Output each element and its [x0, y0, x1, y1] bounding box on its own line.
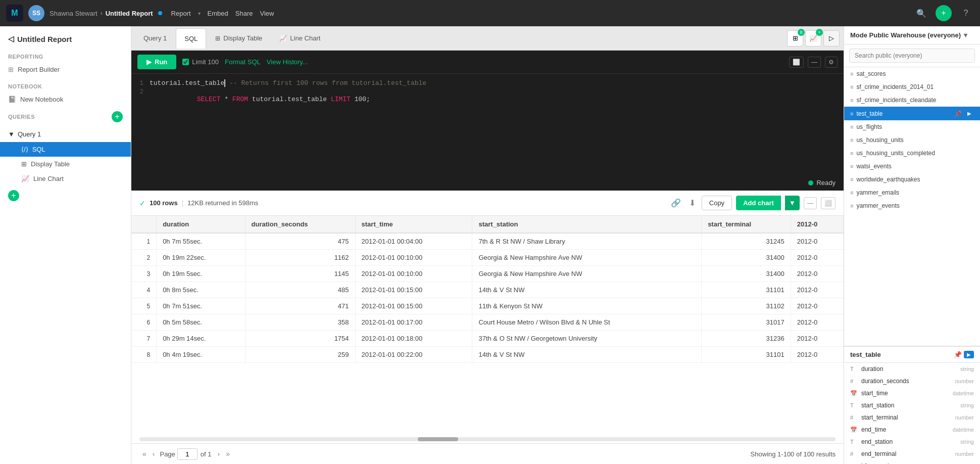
sidebar-item-display-table[interactable]: ⊞ Display Table: [0, 157, 131, 171]
ready-badge: Ready: [808, 179, 836, 187]
table-row: 10h 7m 55sec.4752012-01-01 00:04:007th &…: [131, 233, 844, 250]
format-sql-button[interactable]: Format SQL: [225, 58, 261, 66]
db-list-item[interactable]: ≡sf_crime_incidents_cleandate: [844, 94, 980, 107]
sql-editor[interactable]: 1 tutorial.test_table -- Returns first 1…: [131, 74, 844, 175]
sidebar-item-line-chart[interactable]: 📈 Line Chart: [0, 171, 131, 186]
db-item-name: sf_crime_incidents_cleandate: [856, 97, 936, 104]
add-query-button[interactable]: +: [112, 111, 123, 122]
db-list-item[interactable]: ≡sf_crime_incidents_2014_01: [844, 80, 980, 94]
col-header-start-station[interactable]: start_station: [472, 216, 702, 233]
download-button[interactable]: ⬇: [687, 196, 698, 210]
sidebar-item-sql[interactable]: ⟨/⟩ SQL: [0, 142, 131, 157]
last-page-button[interactable]: »: [223, 448, 233, 460]
play-button[interactable]: ▶: [965, 110, 974, 117]
view-link[interactable]: View: [260, 10, 274, 17]
minimize-results-btn[interactable]: —: [804, 197, 817, 209]
limit-checkbox[interactable]: [182, 59, 189, 65]
breadcrumb-user[interactable]: Shawna Stewart: [50, 10, 97, 17]
queries-header: QUERIES +: [0, 107, 131, 126]
col-type: string: [960, 439, 974, 445]
page-of: of 1: [201, 450, 212, 458]
table-header-row: duration duration_seconds start_time sta…: [131, 216, 844, 233]
collapse-editor-btn[interactable]: —: [808, 57, 821, 68]
sidebar-item-new-notebook[interactable]: 📓 New Notebook: [0, 91, 131, 107]
scrollbar-thumb[interactable]: [418, 437, 458, 441]
unsaved-dot: [158, 11, 162, 15]
table-cell: 7th & R St NW / Shaw Library: [472, 233, 702, 250]
db-list-item[interactable]: ≡sat_scores: [844, 67, 980, 80]
tab-sql[interactable]: SQL: [176, 28, 206, 49]
add-chart-dropdown[interactable]: ▼: [785, 196, 800, 210]
notebook-section-label: NOTEBOOK: [0, 77, 131, 91]
db-item-name: watsi_events: [856, 163, 891, 170]
chart-badge: +: [816, 29, 823, 36]
db-search-input[interactable]: [849, 49, 975, 63]
table-cell: 31101: [702, 347, 791, 363]
chart-add-btn[interactable]: 📈 +: [805, 30, 821, 47]
db-list-item[interactable]: ≡test_table📌▶: [844, 107, 980, 120]
limit-checkbox-label[interactable]: Limit 100: [182, 58, 219, 66]
report-menu[interactable]: Report: [171, 10, 191, 17]
embed-link[interactable]: Embed: [208, 10, 228, 17]
db-list-item[interactable]: ≡us_housing_units_completed: [844, 147, 980, 160]
db-list-item[interactable]: ≡us_housing_units: [844, 133, 980, 147]
help-button[interactable]: ?: [958, 5, 974, 21]
table-cell: 0h 19m 22sec.: [157, 250, 245, 266]
expand-editor-btn[interactable]: ⬜: [789, 57, 804, 68]
col-header-duration-seconds[interactable]: duration_seconds: [245, 216, 355, 233]
add-button[interactable]: +: [936, 5, 952, 21]
sidebar-item-report-builder[interactable]: ⊞ Report Builder: [0, 62, 131, 77]
results-actions: 🔗 ⬇ Copy Add chart ▼ — ⬜: [669, 196, 836, 210]
settings-editor-btn[interactable]: ⚙: [825, 57, 838, 68]
table-cell: 0h 29m 14sec.: [157, 331, 245, 347]
query1-parent[interactable]: ▼ Query 1: [0, 126, 131, 142]
search-button[interactable]: 🔍: [913, 5, 929, 21]
view-history-button[interactable]: View History...: [267, 58, 308, 66]
tab-display-table[interactable]: ⊞ Display Table: [207, 28, 270, 49]
detail-pin-button[interactable]: 📌: [954, 351, 962, 358]
app-logo[interactable]: M: [6, 5, 23, 22]
add-chart-button[interactable]: Add chart: [736, 196, 781, 210]
tab-query1[interactable]: Query 1: [135, 28, 175, 49]
warehouse-title[interactable]: Mode Public Warehouse (everyone) ▾: [850, 31, 967, 39]
col-header-duration[interactable]: duration: [157, 216, 245, 233]
horizontal-scrollbar[interactable]: [139, 437, 836, 441]
db-list-item[interactable]: ≡watsi_events: [844, 160, 980, 173]
tab-line-chart[interactable]: 📈 Line Chart: [271, 28, 328, 49]
tabs-right-arrow[interactable]: ▷: [823, 30, 840, 47]
tabs-right-buttons: ⊞ 8 📈 + ▷: [787, 30, 840, 47]
sidebar-collapse-icon[interactable]: ◁: [8, 34, 14, 43]
breadcrumb-title: Untitled Report: [106, 10, 153, 17]
table-cell: 2012-01-01 00:10:00: [355, 250, 472, 266]
row-number: 3: [131, 266, 157, 282]
results-info: ✓ 100 rows | 12KB returned in 598ms: [139, 199, 258, 207]
db-list-item[interactable]: ≡yammer_events: [844, 199, 980, 212]
link-button[interactable]: 🔗: [669, 196, 683, 210]
col-type-icon: #: [850, 451, 857, 457]
page-input[interactable]: [177, 448, 198, 460]
maximize-results-btn[interactable]: ⬜: [821, 197, 836, 209]
col-item: #end_terminalnumber: [844, 448, 980, 460]
table-view-btn[interactable]: ⊞ 8: [787, 30, 803, 47]
db-list-item[interactable]: ≡us_flights: [844, 120, 980, 133]
left-sidebar: ◁ Untitled Report REPORTING ⊞ Report Bui…: [0, 26, 131, 464]
share-link[interactable]: Share: [235, 10, 253, 17]
copy-button[interactable]: Copy: [702, 196, 732, 210]
run-button[interactable]: ▶ Run: [137, 55, 176, 69]
col-header-extra[interactable]: 2012-0: [791, 216, 843, 233]
table-cell: 11th & Kenyon St NW: [472, 298, 702, 314]
data-table-container[interactable]: duration duration_seconds start_time sta…: [131, 216, 844, 435]
col-header-start-time[interactable]: start_time: [355, 216, 472, 233]
detail-play-button[interactable]: ▶: [964, 351, 974, 358]
add-item-button[interactable]: +: [8, 190, 19, 201]
col-header-start-terminal[interactable]: start_terminal: [702, 216, 791, 233]
rows-count: 100 rows: [150, 199, 178, 207]
col-item: 📅start_timedatetime: [844, 387, 980, 399]
pin-button[interactable]: 📌: [954, 110, 962, 117]
first-page-button[interactable]: «: [139, 448, 150, 460]
prev-page-button[interactable]: ‹: [150, 448, 158, 460]
next-page-button[interactable]: ›: [215, 448, 223, 460]
db-list-item[interactable]: ≡worldwide_earthquakes: [844, 173, 980, 186]
db-list-item[interactable]: ≡yammer_emails: [844, 186, 980, 199]
breadcrumb-sep: ›: [101, 10, 103, 17]
